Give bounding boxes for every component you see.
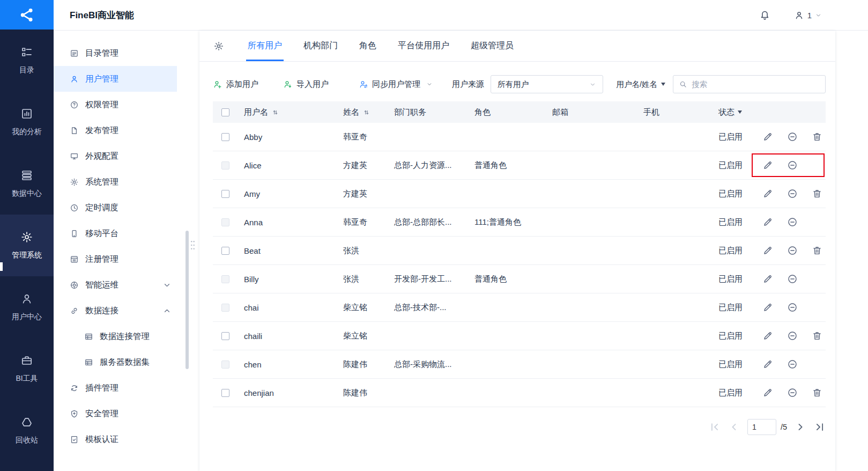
- sidebar-item-smart-ops[interactable]: 智能运维: [54, 272, 177, 298]
- rail-item-recycle-bin[interactable]: 回收站: [0, 400, 54, 461]
- sort-icon[interactable]: [271, 108, 279, 116]
- cell-username: Amy: [234, 189, 333, 198]
- edit-icon[interactable]: [762, 274, 773, 284]
- sidebar-scrollbar-thumb[interactable]: [186, 231, 189, 369]
- disable-icon[interactable]: [787, 359, 798, 370]
- sidebar-item-server-dataset[interactable]: 服务器数据集: [54, 349, 177, 375]
- cell-status: 已启用: [709, 359, 757, 370]
- person-icon: [794, 10, 804, 20]
- rail-item-label: 目录: [19, 65, 34, 75]
- rail-item-bi-tools[interactable]: BI工具: [0, 338, 54, 400]
- delete-icon[interactable]: [812, 245, 822, 256]
- sync-user-button[interactable]: 同步用户管理: [359, 79, 433, 90]
- next-page-button[interactable]: [795, 421, 806, 433]
- edit-icon[interactable]: [762, 330, 773, 341]
- row-checkbox[interactable]: [221, 360, 229, 369]
- sidebar-item-label: 用户管理: [85, 73, 118, 85]
- settings-gear-icon[interactable]: [213, 41, 224, 51]
- page-number-input[interactable]: [747, 419, 776, 435]
- edit-icon[interactable]: [762, 245, 773, 256]
- table-row-chenjian: chenjian 陈建伟 已启用: [213, 379, 826, 407]
- user-source-select[interactable]: 所有用户: [491, 75, 603, 93]
- edit-icon[interactable]: [762, 160, 773, 171]
- cell-name: 韩亚奇: [333, 217, 384, 227]
- tab-label: 角色: [359, 40, 376, 51]
- disable-icon[interactable]: [787, 160, 798, 171]
- cell-username: Abby: [234, 133, 333, 142]
- sidebar-item-template-auth[interactable]: 模板认证: [54, 426, 177, 452]
- sidebar-item-user-mgmt[interactable]: 用户管理: [54, 66, 177, 92]
- row-checkbox[interactable]: [221, 389, 229, 397]
- row-checkbox[interactable]: [221, 332, 229, 340]
- add-user-button[interactable]: 添加用户: [213, 79, 258, 90]
- sidebar-item-data-connection[interactable]: 数据连接: [54, 298, 177, 323]
- sidebar-item-label: 移动平台: [85, 228, 118, 239]
- row-checkbox[interactable]: [221, 218, 229, 226]
- delete-icon[interactable]: [812, 131, 822, 142]
- chevron-down-icon: [815, 12, 822, 19]
- row-checkbox[interactable]: [221, 190, 229, 198]
- add-user-icon: [213, 79, 222, 89]
- tab-org-dept[interactable]: 机构部门: [303, 31, 338, 61]
- disable-icon[interactable]: [787, 217, 798, 227]
- disable-icon[interactable]: [787, 188, 798, 199]
- sort-icon[interactable]: [362, 108, 370, 116]
- sidebar-item-label: 安全管理: [85, 408, 118, 420]
- delete-icon[interactable]: [812, 188, 822, 199]
- sidebar-item-data-connection-mgmt[interactable]: 数据连接管理: [54, 323, 177, 349]
- sidebar-item-permission-mgmt[interactable]: 权限管理: [54, 92, 177, 117]
- sidebar-item-schedule[interactable]: 定时调度: [54, 195, 177, 220]
- splitter-handle[interactable]: [190, 240, 195, 251]
- row-checkbox[interactable]: [221, 275, 229, 283]
- rail-item-management[interactable]: 管理系统: [0, 215, 54, 276]
- rail-item-my-analysis[interactable]: 我的分析: [0, 91, 54, 153]
- sidebar-item-system-mgmt[interactable]: 系统管理: [54, 169, 177, 195]
- name-filter-dropdown[interactable]: 用户名/姓名: [616, 79, 665, 90]
- sidebar-item-label: 数据连接管理: [100, 331, 150, 342]
- disable-icon[interactable]: [787, 245, 798, 256]
- row-checkbox[interactable]: [221, 247, 229, 255]
- disable-icon[interactable]: [787, 302, 798, 313]
- row-checkbox[interactable]: [221, 304, 229, 312]
- rail-item-catalog[interactable]: 目录: [0, 30, 54, 91]
- import-user-button[interactable]: 导入用户: [283, 79, 329, 90]
- sidebar-item-plugin-mgmt[interactable]: 插件管理: [54, 375, 177, 401]
- tab-all-users[interactable]: 所有用户: [248, 31, 282, 61]
- prev-page-button[interactable]: [728, 421, 740, 433]
- first-page-button[interactable]: [709, 421, 721, 433]
- disable-icon[interactable]: [787, 274, 798, 284]
- tab-roles[interactable]: 角色: [359, 31, 376, 61]
- status-filter-icon[interactable]: [738, 111, 742, 114]
- search-input[interactable]: [692, 80, 820, 89]
- row-checkbox[interactable]: [221, 161, 229, 170]
- tab-platform-users[interactable]: 平台使用用户: [398, 31, 449, 61]
- rail-item-user-center[interactable]: 用户中心: [0, 276, 54, 338]
- sidebar-item-mobile-platform[interactable]: 移动平台: [54, 220, 177, 246]
- edit-icon[interactable]: [762, 387, 773, 398]
- sidebar-item-security-mgmt[interactable]: 安全管理: [54, 401, 177, 426]
- delete-icon[interactable]: [812, 387, 822, 398]
- edit-icon[interactable]: [762, 359, 773, 370]
- sidebar-item-catalog-mgmt[interactable]: 目录管理: [54, 40, 177, 66]
- notification-bell-icon[interactable]: [759, 10, 770, 21]
- edit-icon[interactable]: [762, 188, 773, 199]
- account-menu[interactable]: 1: [794, 10, 822, 20]
- edit-icon[interactable]: [762, 302, 773, 313]
- row-checkbox[interactable]: [221, 133, 229, 141]
- select-all-checkbox[interactable]: [221, 108, 229, 116]
- sidebar-item-publish-mgmt[interactable]: 发布管理: [54, 117, 177, 143]
- disable-icon[interactable]: [787, 387, 798, 398]
- edit-icon[interactable]: [762, 217, 773, 227]
- tab-super-admin[interactable]: 超级管理员: [471, 31, 514, 61]
- sidebar-item-register-mgmt[interactable]: 注册管理: [54, 246, 177, 272]
- disable-icon[interactable]: [787, 131, 798, 142]
- last-page-button[interactable]: [814, 421, 826, 433]
- cell-status: 已启用: [709, 132, 757, 142]
- table-row-Anna: Anna 韩亚奇 总部-总部部长... 111;普通角色 已启用: [213, 208, 826, 237]
- app-logo[interactable]: [0, 0, 54, 30]
- disable-icon[interactable]: [787, 330, 798, 341]
- rail-item-data-center[interactable]: 数据中心: [0, 153, 54, 215]
- sidebar-item-appearance-config[interactable]: 外观配置: [54, 143, 177, 169]
- delete-icon[interactable]: [812, 330, 822, 341]
- edit-icon[interactable]: [762, 131, 773, 142]
